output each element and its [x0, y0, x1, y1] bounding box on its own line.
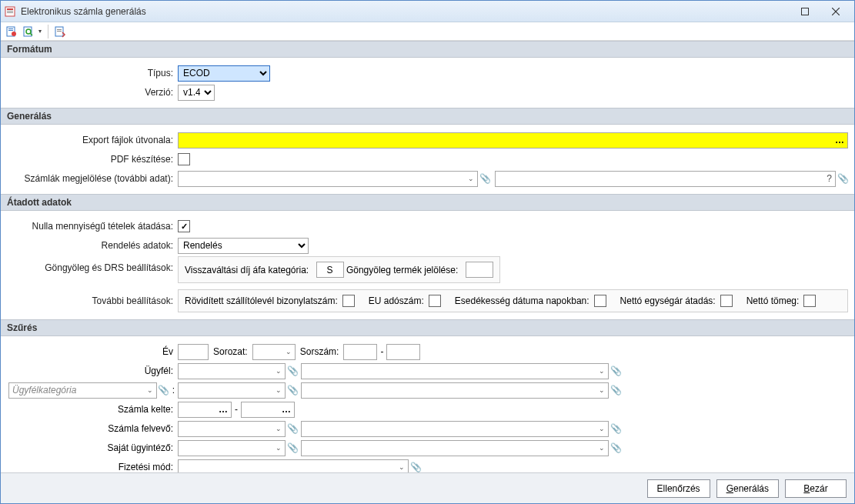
titlebar: Elektronikus számla generálás [1, 1, 854, 22]
close-button[interactable] [820, 2, 851, 22]
button-generalas[interactable]: Generálás [716, 479, 779, 498]
svg-point-10 [12, 32, 16, 36]
section-body-szures: Év Sorozat: ⌄ Sorszám: - Ügyfél: ⌄ 📎 ⌄ 📎 [1, 336, 854, 472]
label-tipus: Típus: [7, 68, 178, 78]
label-sorozat: Sorozat: [209, 346, 252, 357]
attach-ugyfelkat-code[interactable]: 📎 [287, 385, 298, 396]
toolbar-btn-2-split: ▾ [21, 24, 44, 39]
label-kelte: Számla kelte: [7, 404, 178, 415]
svg-rect-1 [7, 8, 13, 10]
label-rendeles: Rendelés adatok: [7, 240, 178, 251]
colon-ugyfelkat: : [169, 385, 178, 396]
section-header-generalas: Generálás [1, 108, 854, 125]
attach-ugyfel-name[interactable]: 📎 [610, 365, 621, 376]
toolbar: ▾ [1, 22, 854, 41]
footer: Ellenőrzés Generálás Bezár [1, 472, 854, 503]
checkbox-esed[interactable] [594, 295, 606, 307]
input-sorszam-to[interactable] [386, 344, 420, 360]
label-gongytermek: Göngyöleg termék jelölése: [346, 265, 458, 275]
combo-fizmod[interactable]: ⌄ [178, 459, 409, 473]
combo-ugyfel-name[interactable]: ⌄ [301, 363, 609, 379]
select-rendeles[interactable]: Rendelés [178, 238, 309, 254]
toolbar-btn-2[interactable] [21, 24, 36, 39]
label-nulla: Nulla mennyiségű tételek átadása: [7, 221, 178, 232]
attach-icon-mark-2[interactable]: 📎 [837, 173, 848, 184]
label-pdf: PDF készítése: [7, 154, 178, 165]
checkbox-netto-egys[interactable] [720, 295, 733, 307]
toolbar-separator [48, 25, 48, 38]
label-netto-tomeg: Nettó tömeg: [746, 295, 800, 306]
input-sorszam-from[interactable] [343, 344, 377, 360]
export-path-browse[interactable]: … [832, 135, 847, 145]
checkbox-rovid[interactable] [342, 295, 355, 307]
section-header-szures: Szűrés [1, 319, 854, 336]
attach-icon-mark-1[interactable]: 📎 [479, 173, 490, 184]
label-esed: Esedékesség dátuma napokban: [455, 295, 589, 306]
label-mark: Számlák megjelölése (további adat): [7, 173, 178, 184]
toolbar-btn-3[interactable] [52, 24, 68, 39]
label-export-path: Export fájlok útvonala: [7, 135, 178, 145]
attach-felvevo-code[interactable]: 📎 [287, 423, 298, 434]
select-verzio[interactable]: v1.4 [178, 85, 215, 101]
section-body-atadott: Nulla mennyiségű tételek átadása: Rendel… [1, 211, 854, 319]
attach-ugyfelkat[interactable]: 📎 [159, 385, 169, 396]
input-kelte-from[interactable]: … [178, 402, 232, 418]
label-vissza: Visszaváltási díj áfa kategória: [185, 265, 309, 275]
attach-felvevo-name[interactable]: 📎 [610, 423, 621, 434]
section-body-formatum: Típus: ECOD Verzió: v1.4 [1, 58, 854, 108]
input-vissza-afa[interactable] [316, 262, 344, 278]
attach-ugyintezo-name[interactable]: 📎 [610, 442, 621, 453]
combo-ugyintezo-name[interactable]: ⌄ [301, 440, 609, 456]
svg-rect-8 [8, 28, 13, 29]
svg-rect-15 [57, 29, 62, 30]
checkbox-netto-tomeg[interactable] [803, 295, 816, 307]
label-ev: Év [7, 346, 178, 357]
label-rovid: Rövidített szállítólevél bizonylatszám: [185, 295, 338, 306]
checkbox-nulla[interactable] [178, 220, 190, 232]
label-verzio: Verzió: [7, 87, 178, 98]
svg-rect-16 [57, 31, 62, 32]
checkbox-pdf[interactable] [178, 153, 190, 165]
panel-gongyoleg: Visszaváltási díj áfa kategória: Göngyöl… [178, 256, 500, 283]
label-felvevo: Számla felvevő: [7, 423, 178, 434]
checkbox-eu[interactable] [429, 295, 441, 307]
svg-rect-9 [8, 30, 13, 31]
attach-ugyfelkat-name[interactable]: 📎 [610, 385, 621, 396]
button-ellenorzes[interactable]: Ellenőrzés [647, 479, 710, 498]
dash-sorszam: - [377, 346, 386, 357]
section-header-atadott: Átadott adatok [1, 194, 854, 211]
label-netto-egys: Nettó egységár átadás: [620, 295, 716, 306]
window: Elektronikus számla generálás ▾ Formátum [0, 0, 855, 504]
combo-ugyfelkat-code[interactable]: ⌄ [178, 382, 286, 399]
toolbar-btn-1[interactable] [4, 24, 19, 39]
attach-ugyfel-code[interactable]: 📎 [287, 365, 298, 376]
panel-tovabbi: Rövidített szállítólevél bizonylatszám: … [178, 289, 848, 312]
label-ugyintezo: Saját ügyintéző: [7, 442, 178, 453]
combo-felvevo-name[interactable]: ⌄ [301, 421, 609, 437]
section-header-formatum: Formátum [1, 41, 854, 58]
combo-mark-2[interactable]: ? [495, 171, 836, 187]
maximize-button[interactable] [790, 2, 820, 22]
content: Formátum Típus: ECOD Verzió: v1.4 Generá… [1, 41, 854, 472]
combo-mark-1[interactable]: ⌄ [178, 171, 478, 187]
input-export-path[interactable]: … [178, 132, 848, 149]
svg-rect-4 [802, 8, 809, 15]
svg-rect-2 [7, 11, 13, 12]
attach-fizmod[interactable]: 📎 [410, 462, 421, 472]
help-mark[interactable]: ? [823, 173, 835, 184]
dash-kelte: - [232, 404, 241, 415]
input-gongytermek[interactable] [466, 262, 493, 278]
combo-ugyfelkat-name[interactable]: ⌄ [301, 382, 609, 399]
combo-ugyfel-code[interactable]: ⌄ [178, 363, 286, 379]
combo-ugyintezo-code[interactable]: ⌄ [178, 440, 286, 456]
combo-felvevo-code[interactable]: ⌄ [178, 421, 286, 437]
combo-ugyfelkat[interactable]: Ügyfélkategória⌄ [8, 382, 157, 399]
button-bezar[interactable]: Bezár [785, 479, 847, 498]
input-ev[interactable] [178, 344, 209, 360]
section-body-generalas: Export fájlok útvonala: … PDF készítése:… [1, 125, 854, 194]
input-kelte-to[interactable]: … [241, 402, 295, 418]
select-tipus[interactable]: ECOD [178, 65, 270, 82]
combo-sorozat[interactable]: ⌄ [252, 344, 296, 360]
toolbar-btn-2-dropdown[interactable]: ▾ [36, 28, 44, 35]
attach-ugyintezo-code[interactable]: 📎 [287, 442, 298, 453]
